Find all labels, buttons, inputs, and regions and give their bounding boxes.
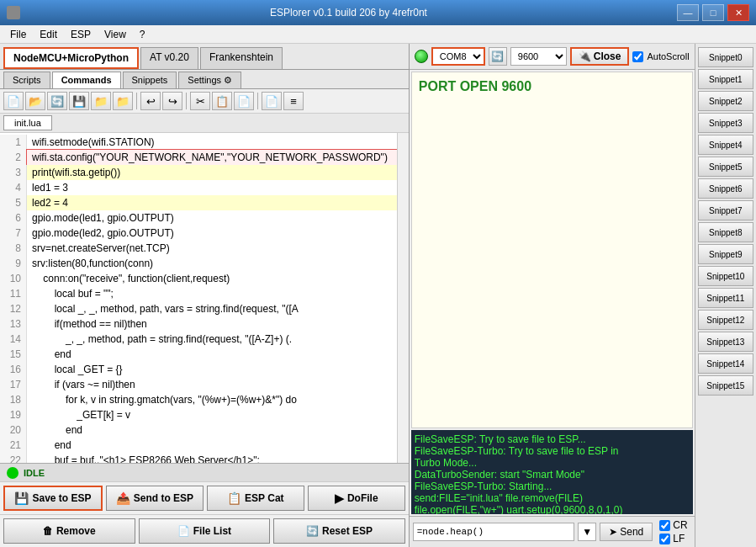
snippet-button-11[interactable]: Snippet11 — [698, 288, 753, 308]
snippet-button-3[interactable]: Snippet3 — [698, 113, 753, 133]
tab-settings[interactable]: Settings ⚙ — [178, 72, 241, 88]
menu-file[interactable]: File — [3, 27, 33, 42]
line-content[interactable]: wifi.sta.config("YOUR_NETWORK_NAME","YOU… — [27, 150, 397, 165]
line-number: 12 — [0, 301, 27, 316]
folder-button[interactable]: 📁 — [91, 92, 111, 110]
tab-scripts[interactable]: Scripts — [3, 72, 50, 88]
line-content[interactable]: led2 = 4 — [27, 195, 397, 210]
snippet-button-5[interactable]: Snippet5 — [698, 157, 753, 177]
file-list-button[interactable]: 📄 File List — [139, 518, 271, 544]
snippet-button-14[interactable]: Snippet14 — [698, 353, 753, 374]
line-content[interactable]: local buf = ""; — [27, 286, 397, 301]
table-row: 5led2 = 4 — [0, 195, 397, 210]
minimize-button[interactable]: — — [677, 4, 699, 21]
snippet-button-8[interactable]: Snippet8 — [698, 222, 753, 242]
line-content[interactable]: gpio.mode(led1, gpio.OUTPUT) — [27, 210, 397, 226]
line-content[interactable]: if (vars ~= nil)then — [27, 377, 397, 392]
table-row: 17 if (vars ~= nil)then — [0, 377, 397, 392]
menu-view[interactable]: View — [98, 27, 133, 42]
redo-button[interactable]: ↪ — [162, 92, 182, 110]
snippet-button-13[interactable]: Snippet13 — [698, 332, 753, 352]
line-content[interactable]: end — [27, 347, 397, 362]
tab-frankenstein[interactable]: Frankenshtein — [200, 47, 283, 69]
close-connection-button[interactable]: 🔌 Close — [570, 47, 630, 66]
com-port-select[interactable]: COM8 — [431, 47, 485, 66]
line-content[interactable]: conn:on("receive", function(client,reque… — [27, 271, 397, 286]
lf-label[interactable]: LF — [659, 533, 687, 544]
refresh-com-button[interactable]: 🔄 — [489, 47, 507, 66]
send-to-esp-button[interactable]: 📤 Send to ESP — [106, 486, 204, 511]
tab-commands[interactable]: Commands — [52, 72, 121, 88]
tab-nodemcu[interactable]: NodeMCU+MicroPython — [3, 47, 139, 69]
file-tab[interactable]: init.lua — [3, 115, 52, 130]
line-content[interactable]: local _GET = {} — [27, 362, 397, 377]
line-number: 2 — [0, 150, 27, 165]
menu-esp[interactable]: ESP — [64, 27, 98, 42]
snippet-button-15[interactable]: Snippet15 — [698, 375, 753, 396]
tab-snippets[interactable]: Snippets — [123, 72, 177, 88]
reload-button[interactable]: 🔄 — [47, 92, 67, 110]
snippet-button-9[interactable]: Snippet9 — [698, 244, 753, 264]
do-file-button[interactable]: ▶ DoFile — [308, 486, 405, 511]
indent-button[interactable]: ≡ — [283, 92, 304, 110]
copy-button[interactable]: 📋 — [212, 92, 232, 110]
table-row: 21 end — [0, 438, 397, 453]
snippet-button-0[interactable]: Snippet0 — [698, 47, 753, 67]
line-content[interactable]: led1 = 3 — [27, 180, 397, 195]
line-content[interactable]: gpio.mode(led2, gpio.OUTPUT) — [27, 226, 397, 241]
cut-button[interactable]: ✂ — [190, 92, 210, 110]
save-button[interactable]: 💾 — [69, 92, 89, 110]
editor-scrollbar[interactable] — [397, 133, 409, 463]
line-content[interactable]: end — [27, 438, 397, 453]
line-number: 13 — [0, 316, 27, 332]
snippet-button-4[interactable]: Snippet4 — [698, 135, 753, 155]
format-button[interactable]: 📄 — [262, 92, 282, 110]
line-content[interactable]: srv=net.createServer(net.TCP) — [27, 241, 397, 256]
remove-button[interactable]: 🗑 Remove — [3, 518, 135, 544]
idle-indicator — [7, 467, 19, 479]
menu-edit[interactable]: Edit — [33, 27, 64, 42]
line-content[interactable]: if(method == nil)then — [27, 316, 397, 332]
cr-label[interactable]: CR — [659, 519, 687, 531]
file-list-icon: 📄 — [177, 525, 190, 537]
snippet-button-2[interactable]: Snippet2 — [698, 91, 753, 111]
reset-esp-button[interactable]: 🔄 Reset ESP — [273, 518, 405, 544]
line-content[interactable]: local _, _, method, path, vars = string.… — [27, 301, 397, 316]
line-content[interactable]: buf = buf.."<h1> ESP8266 Web Server</h1>… — [27, 453, 397, 463]
line-content[interactable]: srv:listen(80,function(conn) — [27, 256, 397, 271]
folder2-button[interactable]: 📁 — [113, 92, 133, 110]
autoscroll-checkbox[interactable] — [632, 51, 643, 62]
snippet-button-7[interactable]: Snippet7 — [698, 200, 753, 220]
snippet-button-12[interactable]: Snippet12 — [698, 310, 753, 330]
close-button[interactable]: ✕ — [727, 4, 749, 21]
paste-button[interactable]: 📄 — [234, 92, 254, 110]
undo-button[interactable]: ↩ — [140, 92, 161, 110]
line-content[interactable]: _GET[k] = v — [27, 407, 397, 422]
line-content[interactable]: _, _, method, path = string.find(request… — [27, 332, 397, 347]
line-number: 19 — [0, 407, 27, 422]
line-content[interactable]: print(wifi.sta.getip()) — [27, 165, 397, 180]
line-content[interactable]: end — [27, 422, 397, 438]
line-number: 11 — [0, 286, 27, 301]
menu-help[interactable]: ? — [133, 27, 152, 42]
snippet-button-1[interactable]: Snippet1 — [698, 69, 753, 89]
tab-at[interactable]: AT v0.20 — [140, 47, 198, 69]
esp-cat-button[interactable]: 📋 ESP Cat — [207, 486, 304, 511]
open-file-button[interactable]: 📂 — [25, 92, 45, 110]
new-file-button[interactable]: 📄 — [3, 92, 24, 110]
save-to-esp-button[interactable]: 💾 Save to ESP — [3, 486, 103, 511]
snippet-button-10[interactable]: Snippet10 — [698, 266, 753, 286]
code-area[interactable]: 1wifi.setmode(wifi.STATION)2wifi.sta.con… — [0, 133, 397, 463]
cr-checkbox[interactable] — [659, 520, 670, 531]
snippet-button-6[interactable]: Snippet6 — [698, 178, 753, 199]
lf-checkbox[interactable] — [659, 534, 670, 544]
line-number: 20 — [0, 422, 27, 438]
line-content[interactable]: for k, v in string.gmatch(vars, "(%w+)=(… — [27, 392, 397, 407]
cmd-dropdown-button[interactable]: ▼ — [578, 523, 596, 541]
send-command-button[interactable]: ➤ Send — [600, 523, 653, 541]
maximize-button[interactable]: □ — [702, 4, 724, 21]
baud-rate-select[interactable]: 9600 115200 — [510, 47, 567, 66]
line-number: 10 — [0, 271, 27, 286]
command-input[interactable] — [413, 523, 574, 541]
line-content[interactable]: wifi.setmode(wifi.STATION) — [27, 135, 397, 150]
